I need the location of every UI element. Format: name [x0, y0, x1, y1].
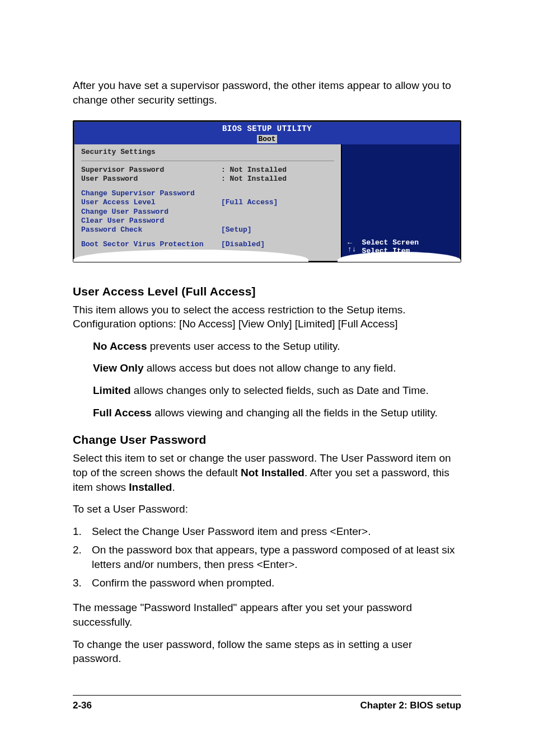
bios-tab-boot: Boot: [257, 135, 277, 143]
bios-right-panel: ← ↑↓ Select Screen Select Item: [342, 144, 460, 260]
change-user-password-heading: Change User Password: [73, 433, 461, 447]
page-footer: 2-36 Chapter 2: BIOS setup: [73, 695, 461, 711]
clear-user-password-item[interactable]: Clear User Password: [81, 217, 334, 226]
password-check-value: [Setup]: [221, 226, 252, 234]
password-check-label: Password Check: [81, 226, 221, 234]
to-set-user-password: To set a User Password:: [73, 502, 461, 516]
step-3-num: 3.: [73, 576, 92, 591]
option-no-access-bold: No Access: [93, 340, 147, 352]
option-view-only: View Only allows access but does not all…: [93, 361, 461, 375]
change-supervisor-password-label: Change Supervisor Password: [81, 189, 221, 198]
security-settings-heading: Security Settings: [81, 148, 334, 157]
bios-title: BIOS SETUP UTILITY: [222, 124, 312, 133]
nav-arrows-icon: ← ↑↓: [348, 241, 357, 252]
chapter-title: Chapter 2: BIOS setup: [360, 700, 461, 711]
option-full-access-bold: Full Access: [93, 407, 152, 419]
bios-tab-row: Boot: [74, 133, 460, 144]
boot-sector-virus-label: Boot Sector Virus Protection: [81, 240, 221, 249]
step-2-text: On the password box that appears, type a…: [92, 543, 461, 572]
step-1-text: Select the Change User Password item and…: [92, 524, 461, 539]
intro-text: After you have set a supervisor password…: [73, 78, 461, 107]
option-limited-text: allows changes only to selected fields, …: [131, 384, 429, 396]
user-access-level-value: [Full Access]: [221, 198, 278, 207]
supervisor-password-row: Supervisor Password : Not Installed: [81, 166, 334, 175]
step-3: 3.Confirm the password when prompted.: [73, 576, 461, 591]
change-user-p1d: Installed: [129, 481, 172, 493]
change-user-p1e: .: [172, 481, 175, 493]
change-user-password-p1: Select this item to set or change the us…: [73, 451, 461, 494]
step-1: 1.Select the Change User Password item a…: [73, 524, 461, 539]
bios-screenshot: BIOS SETUP UTILITY Boot Security Setting…: [73, 120, 461, 262]
step-2: 2.On the password box that appears, type…: [73, 543, 461, 572]
option-limited-bold: Limited: [93, 384, 131, 396]
user-access-level-label: User Access Level: [81, 198, 221, 207]
change-user-p1b: Not Installed: [241, 467, 305, 478]
to-change-password: To change the user password, follow the …: [73, 637, 461, 666]
clear-user-password-label: Clear User Password: [81, 217, 221, 226]
user-password-status: : Not Installed: [221, 175, 287, 184]
page-number: 2-36: [73, 700, 92, 711]
nav-select-screen: Select Screen: [362, 238, 419, 247]
change-user-password-label: Change User Password: [81, 208, 221, 217]
option-full-access-text: allows viewing and changing all the fiel…: [152, 407, 438, 419]
user-access-level-item[interactable]: User Access Level [Full Access]: [81, 198, 334, 207]
option-limited: Limited allows changes only to selected …: [93, 383, 461, 398]
divider: [81, 161, 334, 161]
change-supervisor-password-item[interactable]: Change Supervisor Password: [81, 189, 334, 198]
option-full-access: Full Access allows viewing and changing …: [93, 406, 461, 420]
footer-divider: [73, 695, 461, 696]
step-3-text: Confirm the password when prompted.: [92, 576, 461, 591]
boot-sector-virus-value: [Disabled]: [221, 240, 265, 249]
bios-left-panel: Security Settings Supervisor Password : …: [74, 144, 342, 260]
option-no-access-text: prevents user access to the Setup utilit…: [147, 340, 340, 352]
supervisor-password-status: : Not Installed: [221, 166, 287, 175]
user-access-level-heading: User Access Level (Full Access]: [73, 285, 461, 298]
user-password-label: User Password: [81, 175, 221, 184]
password-check-item[interactable]: Password Check [Setup]: [81, 226, 334, 234]
boot-sector-virus-item[interactable]: Boot Sector Virus Protection [Disabled]: [81, 240, 334, 249]
option-view-only-bold: View Only: [93, 362, 143, 374]
step-2-num: 2.: [73, 543, 92, 572]
option-view-only-text: allows access but does not allow change …: [143, 362, 396, 374]
supervisor-password-label: Supervisor Password: [81, 166, 221, 175]
user-access-intro: This item allows you to select the acces…: [73, 303, 461, 331]
password-installed-message: The message "Password Installed" appears…: [73, 600, 461, 629]
steps-list: 1.Select the Change User Password item a…: [73, 524, 461, 590]
bios-title-bar: BIOS SETUP UTILITY: [74, 122, 460, 133]
step-1-num: 1.: [73, 524, 92, 539]
change-user-password-item[interactable]: Change User Password: [81, 208, 334, 217]
user-password-row: User Password : Not Installed: [81, 175, 334, 184]
option-no-access: No Access prevents user access to the Se…: [93, 339, 461, 354]
arrow-updown-icon: ↑↓: [348, 247, 357, 252]
